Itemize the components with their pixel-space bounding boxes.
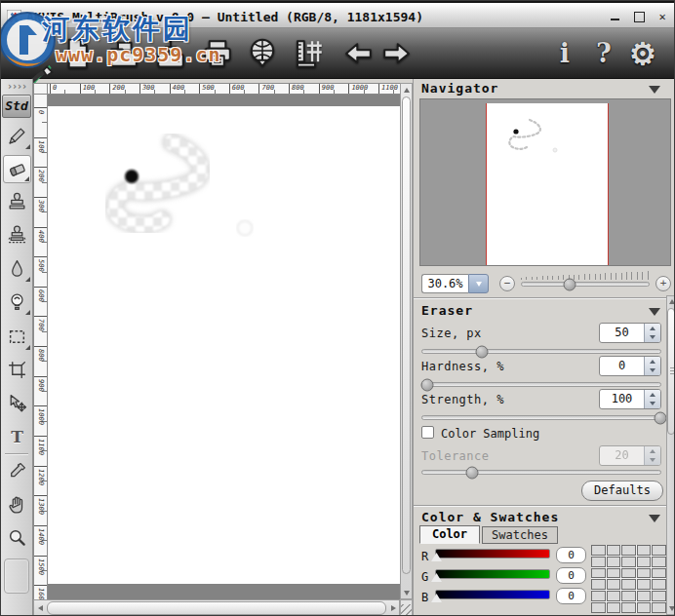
canvas-viewport[interactable] [48,95,400,599]
maximize-button[interactable] [633,11,645,22]
size-spin-buttons[interactable] [644,324,660,342]
size-value[interactable]: 50 [600,324,644,342]
swatch-cell[interactable] [637,591,652,601]
undo-button[interactable] [340,36,376,71]
zoom-out-button[interactable]: − [499,276,515,291]
strength-spinbox[interactable]: 100 [599,389,661,409]
tool-text[interactable]: T [3,422,31,450]
horizontal-scrollbar[interactable] [33,599,400,616]
tool-hand[interactable] [3,490,31,519]
size-spinbox[interactable]: 50 [599,323,661,343]
hardness-value[interactable]: 0 [600,357,644,375]
swatch-cell[interactable] [591,602,606,613]
expand-toolbar-button[interactable]: ›››› [1,81,32,93]
tool-chameleon-brush[interactable] [3,221,31,250]
close-button[interactable]: ✕ [656,11,668,22]
swatch-cell[interactable] [591,545,606,556]
zoom-value-field[interactable]: 30.6% [421,274,468,293]
navigator-thumbnail[interactable] [419,98,671,266]
swatch-cell[interactable] [621,579,636,590]
swatch-cell[interactable] [591,557,606,567]
red-channel-value[interactable]: 0 [556,547,586,563]
blue-channel-slider[interactable] [435,590,550,599]
navigator-collapse-icon[interactable] [649,86,660,94]
canvas-size-button[interactable] [292,36,327,71]
help-button[interactable]: ? [588,34,619,73]
swatch-cell[interactable] [607,591,621,601]
panel-scroll-down-button[interactable] [667,603,675,614]
scroll-down-button[interactable] [401,587,412,598]
swatch-cell[interactable] [652,579,666,590]
red-channel-slider[interactable] [435,549,550,558]
panel-scroll-thumb[interactable] [667,308,675,435]
swatch-cell[interactable] [621,545,636,556]
tool-clone-stamp[interactable] [3,188,31,216]
scroll-right-button[interactable] [387,600,399,616]
print-button[interactable] [200,36,235,71]
swatch-cell[interactable] [621,602,636,613]
tab-swatches[interactable]: Swatches [482,526,558,544]
tool-zoom[interactable] [3,523,31,552]
strength-spin-buttons[interactable] [644,390,660,408]
swatch-cell[interactable] [637,557,652,567]
zoom-in-button[interactable]: + [655,276,671,291]
swatch-cell[interactable] [607,568,621,579]
zoom-slider[interactable] [521,282,650,287]
defaults-button[interactable]: Defaults [581,481,663,501]
swatch-cell[interactable] [607,557,621,567]
swatch-cell[interactable] [652,545,666,556]
swatch-cell[interactable] [652,568,666,579]
title-bar[interactable]: AKVIS MultiBrush v.8.0 — Untitled (RGB/8… [1,1,674,28]
info-button[interactable]: i [549,34,580,73]
swatch-cell[interactable] [591,579,606,590]
green-slider-handle[interactable] [431,573,442,582]
swatch-cell[interactable] [637,545,652,556]
green-channel-slider[interactable] [435,569,550,579]
blue-slider-handle[interactable] [431,594,442,602]
resize-grip[interactable] [400,599,413,616]
minimize-button[interactable] [610,11,621,22]
swatch-cell[interactable] [621,591,636,601]
swatch-cell[interactable] [621,557,636,567]
swatch-cell[interactable] [591,591,606,601]
size-slider-handle[interactable] [476,345,489,358]
eraser-collapse-icon[interactable] [649,308,660,316]
swatch-cell[interactable] [607,579,621,590]
color-slot[interactable] [4,558,29,594]
swatch-cell[interactable] [607,545,621,556]
standard-mode-button[interactable]: Std [2,95,31,118]
hardness-spinbox[interactable]: 0 [599,356,661,376]
tool-selection[interactable] [3,323,31,351]
zoom-dropdown-button[interactable] [468,274,489,293]
strength-slider-handle[interactable] [655,411,667,424]
tool-crop[interactable] [3,356,31,384]
green-channel-value[interactable]: 0 [556,567,586,584]
hardness-slider[interactable] [421,382,661,387]
hardness-slider-handle[interactable] [420,378,433,391]
zoom-slider-handle[interactable] [564,278,576,290]
panel-scroll-up-button[interactable] [667,296,675,307]
swatch-cell[interactable] [637,579,652,590]
import-button[interactable] [245,36,280,71]
new-document-button[interactable] [60,36,95,71]
swatch-cell[interactable] [637,568,652,579]
swatch-cell[interactable] [637,602,652,613]
color-sampling-checkbox[interactable] [421,426,434,439]
scroll-left-button[interactable] [34,600,46,616]
tool-eraser[interactable] [3,155,31,183]
tool-eyedropper[interactable] [3,457,31,485]
size-slider[interactable] [421,349,661,354]
swatch-cell[interactable] [652,602,666,613]
swatch-cell[interactable] [652,591,666,601]
tool-history-brush[interactable] [3,288,31,316]
save-button[interactable] [153,36,188,71]
tool-transform[interactable] [3,389,31,417]
swatch-cell[interactable] [621,568,636,579]
vertical-scrollbar[interactable] [400,83,413,599]
redo-button[interactable] [379,36,415,71]
blue-channel-value[interactable]: 0 [556,588,586,604]
tab-color[interactable]: Color [419,525,480,544]
color-swatches-collapse-icon[interactable] [649,515,660,522]
preferences-button[interactable]: ⚙ [627,34,658,73]
panel-scrollbar[interactable] [666,295,675,615]
